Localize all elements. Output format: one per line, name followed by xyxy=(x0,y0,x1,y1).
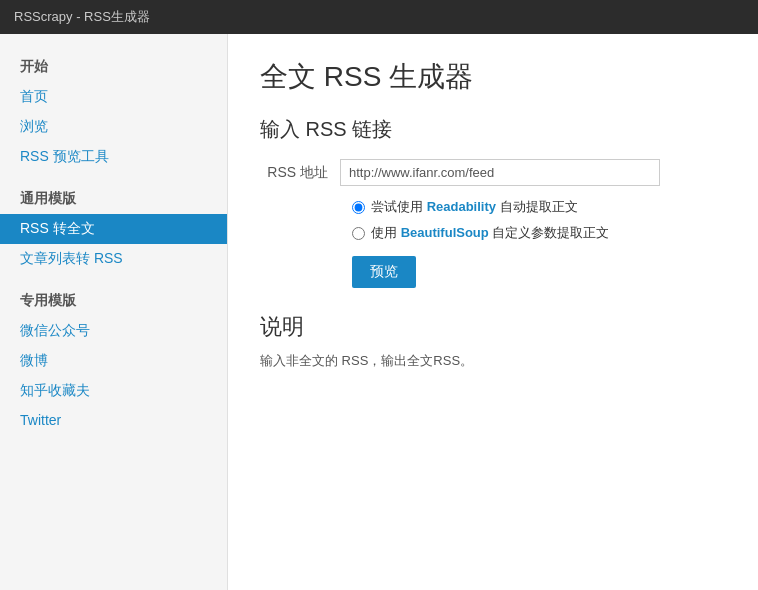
radio-beautifulsoup-label: 使用 BeautifulSoup 自定义参数提取正文 xyxy=(371,224,609,242)
rss-address-row: RSS 地址 xyxy=(260,159,726,186)
description-section: 说明 输入非全文的 RSS，输出全文RSS。 xyxy=(260,312,726,370)
sidebar-item-article-to-rss[interactable]: 文章列表转 RSS xyxy=(0,244,227,274)
sidebar-item-zhihu[interactable]: 知乎收藏夫 xyxy=(0,376,227,406)
desc-title: 说明 xyxy=(260,312,726,342)
rss-address-input[interactable] xyxy=(340,159,660,186)
radio-row-beautifulsoup: 使用 BeautifulSoup 自定义参数提取正文 xyxy=(352,224,726,242)
main-layout: 开始 首页 浏览 RSS 预览工具 通用模版 RSS 转全文 文章列表转 RSS… xyxy=(0,34,758,590)
radio-row-readability: 尝试使用 Readability 自动提取正文 xyxy=(352,198,726,216)
sidebar-item-home[interactable]: 首页 xyxy=(0,82,227,112)
sidebar-item-twitter[interactable]: Twitter xyxy=(0,406,227,434)
app-title: RSScrapy - RSS生成器 xyxy=(14,8,150,26)
app-header: RSScrapy - RSS生成器 xyxy=(0,0,758,34)
sidebar-section-general: 通用模版 xyxy=(0,186,227,214)
main-content: 全文 RSS 生成器 输入 RSS 链接 RSS 地址 尝试使用 Readabi… xyxy=(228,34,758,590)
sidebar-item-wechat[interactable]: 微信公众号 xyxy=(0,316,227,346)
sidebar-section-special: 专用模版 xyxy=(0,288,227,316)
sidebar-item-weibo[interactable]: 微博 xyxy=(0,346,227,376)
input-section-title: 输入 RSS 链接 xyxy=(260,116,726,143)
sidebar-section-start: 开始 xyxy=(0,54,227,82)
radio-beautifulsoup[interactable] xyxy=(352,227,365,240)
sidebar: 开始 首页 浏览 RSS 预览工具 通用模版 RSS 转全文 文章列表转 RSS… xyxy=(0,34,228,590)
rss-address-label: RSS 地址 xyxy=(260,164,340,182)
radio-readability[interactable] xyxy=(352,201,365,214)
sidebar-item-rss-preview[interactable]: RSS 预览工具 xyxy=(0,142,227,172)
preview-button-container: 预览 xyxy=(260,250,726,288)
sidebar-item-browse[interactable]: 浏览 xyxy=(0,112,227,142)
desc-text: 输入非全文的 RSS，输出全文RSS。 xyxy=(260,352,726,370)
preview-button[interactable]: 预览 xyxy=(352,256,416,288)
sidebar-item-rss-fulltext[interactable]: RSS 转全文 xyxy=(0,214,227,244)
page-title: 全文 RSS 生成器 xyxy=(260,58,726,96)
radio-readability-label: 尝试使用 Readability 自动提取正文 xyxy=(371,198,578,216)
radio-group: 尝试使用 Readability 自动提取正文 使用 BeautifulSoup… xyxy=(352,198,726,242)
